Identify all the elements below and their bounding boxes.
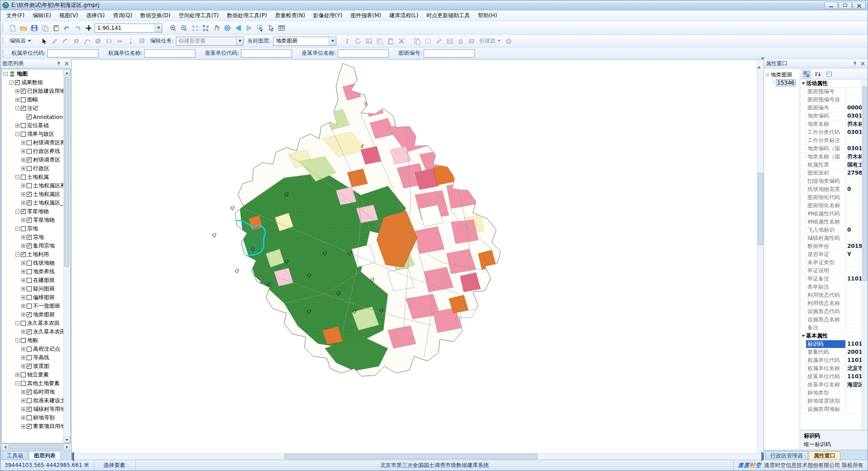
property-row[interactable]: 地类编码0301 — [800, 112, 862, 120]
tree-expander-icon[interactable]: - — [15, 106, 19, 110]
map-vertical-scrollbar[interactable] — [757, 60, 764, 453]
layer-visibility-checkbox[interactable] — [21, 132, 26, 137]
rotate-icon[interactable] — [353, 36, 363, 46]
layer-tree-item[interactable]: -注记 — [2, 104, 63, 113]
layer-tree-item[interactable]: +等高线 — [2, 353, 63, 362]
union-rows-icon[interactable] — [445, 36, 455, 46]
scrollbar-thumb[interactable] — [284, 454, 538, 459]
toolbar-grip[interactable] — [2, 37, 5, 45]
tree-expander-icon[interactable]: + — [21, 184, 25, 188]
layer-tree-item[interactable]: +临时用地 — [2, 388, 63, 396]
save-attributes-icon[interactable] — [825, 70, 834, 79]
previous-view-icon[interactable] — [233, 23, 243, 33]
property-row[interactable]: 工作分类标注 — [800, 137, 862, 145]
scroll-right-icon[interactable] — [761, 453, 764, 460]
layer-tree-item[interactable]: +行政区界线 — [2, 147, 63, 156]
property-row[interactable]: 地类名称乔木林 — [800, 120, 862, 128]
property-row[interactable]: 举证备注1101 — [800, 275, 862, 283]
layer-tree-item[interactable]: +土地权属区 — [2, 190, 63, 199]
layer-visibility-checkbox[interactable] — [27, 149, 32, 154]
layer-visibility-checkbox[interactable] — [21, 123, 26, 128]
pen-icon[interactable] — [434, 36, 444, 46]
layer-visibility-checkbox[interactable] — [27, 278, 32, 283]
tree-expander-icon[interactable]: - — [15, 175, 19, 179]
layer-visibility-checkbox[interactable] — [21, 97, 26, 102]
copy-feature-icon[interactable] — [375, 36, 385, 46]
layer-tree-item[interactable]: +坡度图 — [2, 362, 63, 371]
layer-tree-horizontal-scrollbar[interactable] — [1, 443, 71, 450]
rectangle-tool-icon[interactable] — [467, 36, 476, 46]
layer-visibility-checkbox[interactable] — [27, 140, 32, 145]
scroll-down-icon[interactable] — [64, 437, 70, 443]
layer-visibility-checkbox[interactable] — [21, 338, 26, 343]
parcel-number-input[interactable] — [424, 49, 475, 57]
tree-expander-icon[interactable]: - — [15, 209, 19, 214]
property-row[interactable]: 设施农用地标 — [800, 405, 862, 414]
scroll-left-icon[interactable] — [72, 452, 74, 461]
property-row[interactable]: 是否举证Y — [800, 251, 862, 259]
property-row[interactable]: 坐落单位名称海淀区 — [800, 381, 862, 389]
categorized-view-icon[interactable] — [802, 70, 811, 79]
property-row[interactable]: 类举标注 — [800, 283, 862, 291]
tree-expander-icon[interactable]: + — [21, 149, 25, 153]
layer-tree-item[interactable]: +疑问图斑 — [2, 285, 63, 293]
tree-expander-icon[interactable]: + — [21, 235, 25, 239]
scale-dropdown-arrow[interactable] — [155, 24, 162, 32]
property-row[interactable]: 图斑细化名称 — [800, 202, 862, 210]
property-row[interactable]: 图斑编号0000 — [800, 104, 862, 112]
feature-id-node[interactable]: └ 15346 — [765, 79, 800, 87]
circle-tool-icon[interactable] — [93, 36, 103, 46]
layer-visibility-checkbox[interactable] — [21, 175, 26, 180]
menu-item-map-report[interactable]: 图件报表(M) — [347, 10, 386, 21]
owner-unit-code-input[interactable] — [47, 49, 99, 57]
menu-item-view[interactable]: 视图(V) — [55, 10, 82, 21]
layer-visibility-checkbox[interactable] — [27, 415, 32, 420]
layer-visibility-checkbox[interactable] — [21, 321, 26, 326]
layer-visibility-checkbox[interactable] — [27, 390, 32, 395]
layer-visibility-checkbox[interactable] — [27, 286, 32, 291]
layer-tree-item[interactable]: +村级调查区 — [2, 156, 63, 164]
tree-expander-icon[interactable]: - — [4, 72, 8, 76]
flood-fill-icon[interactable] — [456, 36, 466, 46]
menu-item-query[interactable]: 查询(Q) — [109, 10, 137, 21]
layer-visibility-checkbox[interactable] — [21, 89, 26, 94]
layer-visibility-checkbox[interactable] — [21, 226, 26, 231]
property-row[interactable]: 坐落单位代码1101 — [800, 373, 862, 381]
scroll-left-icon[interactable] — [2, 444, 8, 450]
layer-visibility-checkbox[interactable] — [27, 157, 32, 162]
property-row[interactable]: 种植属性代码 — [800, 210, 862, 218]
layer-tree-item[interactable]: +土地权属区界线 — [2, 181, 63, 190]
layer-tree-item[interactable]: +偏移图斑 — [2, 293, 63, 302]
property-row[interactable]: 设施形态代码 — [800, 308, 862, 316]
scroll-up-icon[interactable] — [64, 70, 70, 76]
close-panel-icon[interactable] — [859, 61, 866, 67]
layer-visibility-checkbox[interactable] — [21, 252, 26, 257]
layer-tree-item[interactable]: -宗地 — [2, 224, 63, 233]
zoom-out-icon[interactable] — [179, 23, 189, 33]
layer-tree-item[interactable]: -土地利用 — [2, 250, 63, 259]
property-row[interactable]: 城镇村属性码 — [800, 234, 862, 243]
tree-expander-icon[interactable]: + — [21, 244, 25, 248]
duplicate-icon[interactable] — [412, 36, 422, 46]
property-row[interactable]: 未举证类型 — [800, 259, 862, 267]
scrollbar-thumb[interactable] — [863, 86, 867, 281]
tree-expander-icon[interactable]: - — [15, 381, 19, 385]
scrollbar-thumb[interactable] — [64, 77, 69, 267]
location-unit-code-input[interactable] — [241, 49, 292, 57]
property-row[interactable]: 举证说明 — [800, 267, 862, 275]
layer-tree-item[interactable]: +不一致图斑 — [2, 302, 63, 310]
current-layer-dropdown-arrow[interactable] — [329, 37, 336, 45]
feature-layer-node[interactable]: ⊟ 地类图斑 — [765, 71, 800, 79]
layer-tree-item[interactable]: +土地权属区_历史 — [2, 199, 63, 207]
property-row[interactable]: 地类编码（国0301 — [800, 145, 862, 153]
split-tool-icon[interactable] — [115, 36, 125, 46]
property-row[interactable]: 图斑细化代码 — [800, 194, 862, 202]
tree-expander-icon[interactable]: + — [21, 347, 25, 351]
tree-expander-icon[interactable]: + — [21, 192, 25, 196]
property-row[interactable]: 备注 — [800, 324, 862, 332]
scroll-up-icon[interactable] — [757, 60, 761, 68]
editor-menu-button[interactable]: 编辑器 — [8, 37, 33, 45]
layer-visibility-checkbox[interactable] — [27, 407, 32, 412]
property-row[interactable]: 飞入地标识0 — [800, 226, 862, 234]
layer-visibility-checkbox[interactable] — [27, 355, 32, 360]
